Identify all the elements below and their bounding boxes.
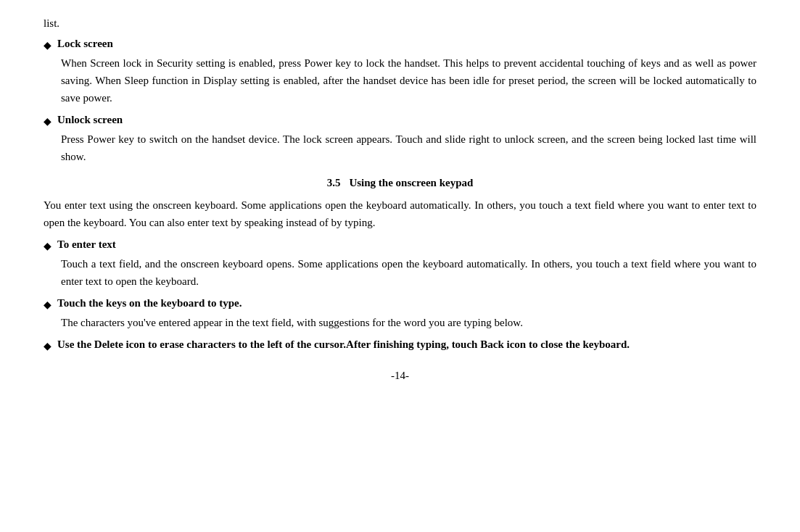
unlock-screen-body: Press Power key to switch on the handset…: [61, 130, 756, 165]
bullet-diamond-unlock: ◆: [44, 115, 51, 128]
to-enter-text-section: ◆ To enter text Touch a text field, and …: [44, 238, 756, 290]
bullet-diamond-lock: ◆: [44, 39, 51, 51]
delete-icon-title: Use the Delete icon to erase characters …: [57, 338, 630, 351]
unlock-screen-section: ◆ Unlock screen Press Power key to switc…: [44, 114, 756, 165]
touch-keys-title: Touch the keys on the keyboard to type.: [57, 297, 242, 309]
delete-icon-section: ◆ Use the Delete icon to erase character…: [44, 338, 756, 352]
page-content: list. ◆ Lock screen When Screen lock in …: [44, 14, 756, 382]
bullet-diamond-delete: ◆: [44, 340, 51, 352]
section-intro: You enter text using the onscreen keyboa…: [44, 196, 756, 231]
lock-screen-body: When Screen lock in Security setting is …: [61, 54, 756, 107]
to-enter-text-title: To enter text: [57, 238, 116, 251]
bullet-diamond-touch-keys: ◆: [44, 299, 51, 311]
section-number: 3.5: [327, 177, 341, 188]
lock-screen-section: ◆ Lock screen When Screen lock in Securi…: [44, 38, 756, 107]
intro-text: list.: [44, 14, 756, 32]
bullet-diamond-enter-text: ◆: [44, 240, 51, 252]
touch-keys-body: The characters you've entered appear in …: [61, 314, 756, 331]
unlock-screen-title: Unlock screen: [57, 114, 123, 126]
section-heading: 3.5Using the onscreen keypad: [44, 177, 756, 189]
touch-keys-section: ◆ Touch the keys on the keyboard to type…: [44, 297, 756, 331]
page-number: -14-: [391, 370, 409, 381]
to-enter-text-body: Touch a text field, and the onscreen key…: [61, 255, 756, 290]
section-title: Using the onscreen keypad: [349, 177, 473, 188]
lock-screen-title: Lock screen: [57, 38, 113, 50]
page-footer: -14-: [44, 370, 756, 382]
